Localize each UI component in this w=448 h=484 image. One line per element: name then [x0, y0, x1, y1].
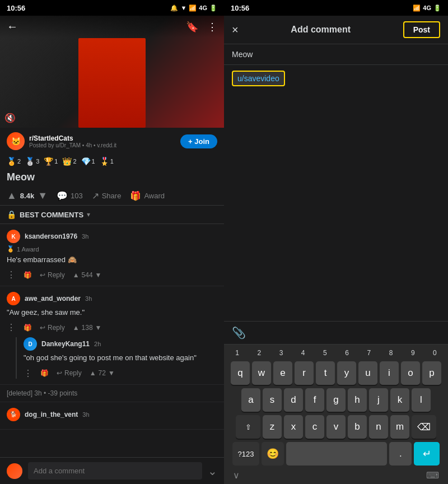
key-8[interactable]: 8	[380, 348, 402, 358]
keyboard-settings-icon[interactable]: ⌨	[426, 470, 439, 481]
add-comment-header: × Add comment Post	[224, 16, 448, 44]
emoji-key[interactable]: 😊	[262, 442, 284, 466]
key-p[interactable]: p	[422, 361, 441, 385]
key-d[interactable]: d	[284, 388, 303, 412]
sort-bar[interactable]: 🔒 BEST COMMENTS ▾	[0, 206, 224, 224]
key-l[interactable]: l	[412, 388, 431, 412]
more-icon[interactable]: ⋮	[207, 21, 217, 33]
share-label: Share	[102, 192, 122, 200]
comment-text: "Aw geez, she saw me."	[7, 308, 217, 318]
key-g[interactable]: g	[326, 388, 346, 412]
awards-row: 🏅2 🥈3 🏆1 👑2 💎1 🎖️1	[0, 155, 224, 168]
more-options-icon[interactable]: ⋮	[7, 269, 16, 280]
downvote-inline-icon[interactable]: ▼	[95, 324, 102, 332]
subreddit-avatar[interactable]: 🐱	[7, 132, 25, 150]
upvote-inline-icon[interactable]: ▲	[90, 369, 96, 377]
key-j[interactable]: j	[369, 388, 388, 412]
key-1[interactable]: 1	[226, 348, 248, 358]
key-e[interactable]: e	[273, 361, 292, 385]
reply-input-area[interactable]: u/savevideo	[224, 65, 448, 321]
key-z[interactable]: z	[263, 415, 282, 439]
subreddit-name[interactable]: r/StartledCats	[29, 134, 116, 142]
keyboard-hint-row: ∨ ⌨	[226, 468, 446, 482]
key-5[interactable]: 5	[314, 348, 336, 358]
reply-button[interactable]: ↩ Reply	[57, 369, 82, 377]
key-k[interactable]: k	[390, 388, 409, 412]
comment-actions: ⋮ 🎁 ↩ Reply ▲ 138 ▼	[7, 322, 217, 333]
key-7[interactable]: 7	[358, 348, 380, 358]
bookmark-icon[interactable]: 🔖	[186, 21, 198, 33]
upvote-button[interactable]: ▲	[7, 190, 17, 202]
key-m[interactable]: m	[390, 415, 409, 439]
more-options-icon[interactable]: ⋮	[7, 322, 16, 333]
comment-username[interactable]: awe_and_wonder	[25, 295, 81, 302]
video-actions: 🔖 ⋮	[186, 21, 217, 33]
key-h[interactable]: h	[348, 388, 367, 412]
join-button[interactable]: + Join	[180, 134, 217, 148]
gift-button[interactable]: 🎁	[40, 369, 49, 377]
key-9[interactable]: 9	[402, 348, 424, 358]
keyboard: 1 2 3 4 5 6 7 8 9 0 q w e r t y u i o p …	[224, 345, 448, 484]
share-button[interactable]: ↗ Share	[92, 190, 122, 201]
key-a[interactable]: a	[241, 388, 260, 412]
key-r[interactable]: r	[295, 361, 314, 385]
key-t[interactable]: t	[316, 361, 335, 385]
gift-button[interactable]: 🎁	[24, 271, 32, 279]
comment-username[interactable]: ksanderson1976	[25, 232, 77, 240]
reply-button[interactable]: ↩ Reply	[40, 271, 65, 279]
key-6[interactable]: 6	[336, 348, 358, 358]
comment-username[interactable]: DankeyKang11	[41, 340, 90, 348]
key-q[interactable]: q	[231, 361, 250, 385]
key-f[interactable]: f	[305, 388, 324, 412]
key-4[interactable]: 4	[292, 348, 314, 358]
shift-key[interactable]: ⇧	[236, 415, 260, 439]
key-0[interactable]: 0	[424, 348, 446, 358]
award-button[interactable]: 🎁 Award	[130, 190, 165, 201]
upvote-inline-icon[interactable]: ▲	[73, 271, 80, 279]
key-n[interactable]: n	[369, 415, 388, 439]
downvote-button[interactable]: ▼	[38, 190, 48, 202]
close-button[interactable]: ×	[232, 24, 239, 36]
key-3[interactable]: 3	[270, 348, 292, 358]
comment-button[interactable]: 💬 103	[57, 190, 83, 201]
reply-username-tag[interactable]: u/savevideo	[232, 71, 285, 86]
key-u[interactable]: u	[358, 361, 377, 385]
post-button[interactable]: Post	[403, 21, 440, 38]
more-options-icon[interactable]: ⋮	[24, 368, 32, 379]
scroll-down-icon[interactable]: ⌄	[208, 464, 217, 478]
comment-item: K ksanderson1976 3h 🏅 1 Award He's embar…	[0, 224, 224, 286]
space-key[interactable]	[286, 442, 387, 466]
backspace-key[interactable]: ⌫	[412, 415, 436, 439]
comments-list[interactable]: K ksanderson1976 3h 🏅 1 Award He's embar…	[0, 224, 224, 457]
upvote-inline-icon[interactable]: ▲	[73, 324, 80, 332]
right-panel: 10:56 📶 4G 🔋 × Add comment Post Meow u/s…	[224, 0, 448, 484]
back-button[interactable]: ←	[7, 20, 18, 33]
collapse-keyboard-icon[interactable]: ∨	[233, 470, 240, 481]
post-meta: Posted by u/Dr_TAM • 4h • v.redd.it	[29, 142, 116, 148]
key-y[interactable]: y	[337, 361, 356, 385]
video-area[interactable]: ← 🔖 ⋮ 🔇	[0, 16, 224, 128]
key-i[interactable]: i	[380, 361, 399, 385]
reply-label: Reply	[64, 369, 82, 377]
key-o[interactable]: o	[401, 361, 420, 385]
key-2[interactable]: 2	[248, 348, 270, 358]
key-c[interactable]: c	[305, 415, 324, 439]
key-w[interactable]: w	[252, 361, 271, 385]
reply-button[interactable]: ↩ Reply	[40, 324, 65, 332]
downvote-inline-icon[interactable]: ▼	[108, 369, 115, 377]
right-status-icons: 📶 4G 🔋	[413, 4, 441, 12]
comment-username[interactable]: dog_in_the_vent	[25, 411, 78, 418]
reply-label: Reply	[48, 271, 65, 279]
downvote-inline-icon[interactable]: ▼	[95, 271, 102, 279]
key-v[interactable]: v	[326, 415, 346, 439]
enter-key[interactable]: ↵	[414, 442, 440, 466]
key-s[interactable]: s	[263, 388, 282, 412]
gift-button[interactable]: 🎁	[24, 324, 32, 332]
key-x[interactable]: x	[284, 415, 303, 439]
mute-button[interactable]: 🔇	[4, 113, 16, 123]
attachment-icon[interactable]: 📎	[232, 326, 246, 339]
add-comment-input[interactable]	[28, 462, 202, 480]
special-chars-key[interactable]: ?123	[232, 442, 260, 466]
key-b[interactable]: b	[348, 415, 367, 439]
period-key[interactable]: .	[389, 442, 412, 466]
